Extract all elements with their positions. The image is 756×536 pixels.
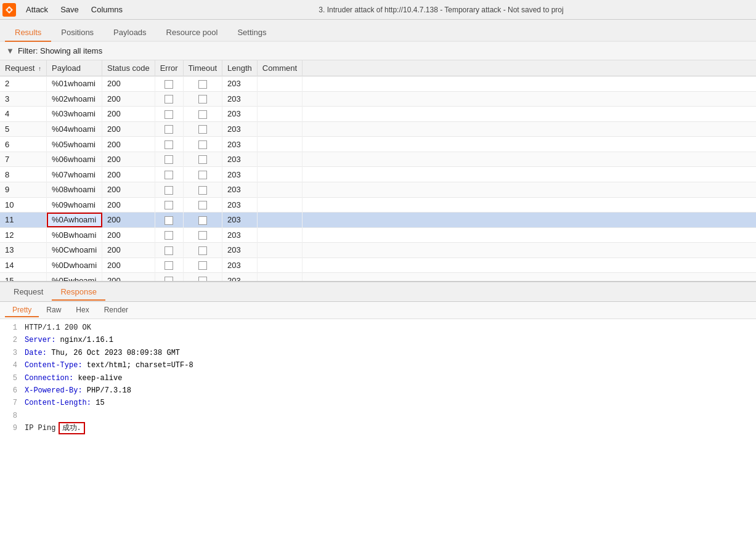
table-row[interactable]: 2%01whoami200203: [0, 76, 756, 92]
cell-error: [155, 182, 183, 197]
cell-extra: [303, 91, 756, 107]
cell-payload: %06whoami: [47, 152, 102, 167]
table-row[interactable]: 13%0Cwhoami200203: [0, 243, 756, 258]
header-value: Thu, 26 Oct 2023 08:09:38 GMT: [51, 349, 180, 357]
table-row[interactable]: 15%0Ewhoami200203: [0, 273, 756, 282]
line-prefix: IP Ping: [25, 424, 60, 432]
view-tab-pretty[interactable]: Pretty: [5, 304, 39, 317]
timeout-checkbox: [198, 216, 207, 225]
table-row[interactable]: 10%09whoami200203: [0, 197, 756, 213]
table-row[interactable]: 7%06whoami200203: [0, 152, 756, 167]
header-key: Connection:: [25, 374, 78, 383]
cell-error: [155, 121, 183, 137]
table-row[interactable]: 5%04whoami200203: [0, 121, 756, 137]
col-timeout[interactable]: Timeout: [183, 60, 222, 76]
cell-error: [155, 258, 183, 273]
table-row[interactable]: 4%03whoami200203: [0, 107, 756, 122]
cell-request: 8: [0, 167, 47, 182]
tab-resource-pool[interactable]: Resource pool: [156, 24, 228, 42]
table-row[interactable]: 3%02whoami200203: [0, 91, 756, 107]
cell-request: 2: [0, 76, 47, 92]
view-tab-raw[interactable]: Raw: [39, 304, 68, 317]
col-comment[interactable]: Comment: [257, 60, 302, 76]
col-payload[interactable]: Payload: [47, 60, 102, 76]
cell-length: 203: [222, 273, 258, 282]
cell-request: 4: [0, 107, 47, 122]
cell-timeout: [183, 182, 222, 197]
table-row[interactable]: 6%05whoami200203: [0, 137, 756, 152]
view-tabbar: Pretty Raw Hex Render: [0, 302, 756, 319]
cell-extra: [303, 243, 756, 258]
col-extra: [303, 60, 756, 76]
cell-extra: [303, 152, 756, 167]
header-value: text/html; charset=UTF-8: [87, 361, 193, 370]
table-row[interactable]: 14%0Dwhoami200203: [0, 258, 756, 273]
line-content: Server: nginx/1.16.1: [25, 334, 751, 346]
bottom-panel: Request Response Pretty Raw Hex Render 1…: [0, 282, 756, 536]
cell-error: [155, 137, 183, 152]
response-line: 7Content-Length: 15: [0, 397, 756, 409]
cell-comment: [257, 91, 302, 107]
tab-request[interactable]: Request: [5, 284, 52, 301]
timeout-checkbox: [198, 171, 207, 179]
cell-status: 200: [102, 107, 155, 122]
menu-attack[interactable]: Attack: [20, 2, 54, 17]
titlebar: Attack Save Columns 3. Intruder attack o…: [0, 0, 756, 20]
cell-extra: [303, 137, 756, 152]
cell-request: 5: [0, 121, 47, 137]
view-tab-render[interactable]: Render: [97, 304, 136, 317]
col-request[interactable]: Request ↑: [0, 60, 47, 76]
cell-status: 200: [102, 197, 155, 213]
cell-payload: %0Ewhoami: [47, 273, 102, 282]
cell-request: 12: [0, 227, 47, 243]
cell-request: 14: [0, 258, 47, 273]
timeout-checkbox: [198, 95, 207, 104]
tab-response[interactable]: Response: [52, 284, 105, 301]
error-checkbox: [165, 80, 173, 89]
error-checkbox: [165, 216, 173, 225]
table-row[interactable]: 12%0Bwhoami200203: [0, 227, 756, 243]
col-error[interactable]: Error: [155, 60, 183, 76]
header-value: 15: [96, 399, 104, 407]
col-length[interactable]: Length: [222, 60, 258, 76]
line-content: Content-Type: text/html; charset=UTF-8: [25, 359, 751, 372]
cell-comment: [257, 152, 302, 167]
cell-extra: [303, 258, 756, 273]
cell-comment: [257, 273, 302, 282]
menu-columns[interactable]: Columns: [85, 2, 129, 17]
cell-extra: [303, 121, 756, 137]
table-row[interactable]: 8%07whoami200203: [0, 167, 756, 182]
cell-status: 200: [102, 273, 155, 282]
cell-request: 10: [0, 197, 47, 213]
menu-save[interactable]: Save: [54, 2, 85, 17]
timeout-checkbox: [198, 201, 207, 209]
tab-payloads[interactable]: Payloads: [104, 24, 156, 42]
cell-error: [155, 91, 183, 107]
cell-status: 200: [102, 91, 155, 107]
line-content: X-Powered-By: PHP/7.3.18: [25, 384, 751, 397]
cell-timeout: [183, 76, 222, 92]
error-checkbox: [165, 261, 173, 270]
tab-settings[interactable]: Settings: [227, 24, 276, 42]
table-row[interactable]: 11%0Awhoami200203: [0, 213, 756, 228]
response-line: 3Date: Thu, 26 Oct 2023 08:09:38 GMT: [0, 347, 756, 359]
view-tab-hex[interactable]: Hex: [68, 304, 96, 317]
cell-comment: [257, 213, 302, 228]
table-body: 2%01whoami2002033%02whoami2002034%03whoa…: [0, 76, 756, 283]
response-line: 9IP Ping 成功.: [0, 422, 756, 434]
tab-results[interactable]: Results: [5, 24, 51, 42]
table-row[interactable]: 9%08whoami200203: [0, 182, 756, 197]
cell-comment: [257, 258, 302, 273]
table-header-row: Request ↑ Payload Status code Error Time…: [0, 60, 756, 76]
cell-timeout: [183, 91, 222, 107]
cell-payload: %09whoami: [47, 197, 102, 213]
col-status-code[interactable]: Status code: [102, 60, 155, 76]
filter-label: Filter: Showing all items: [18, 46, 102, 55]
tab-positions[interactable]: Positions: [51, 24, 104, 42]
filter-bar: ▼ Filter: Showing all items: [0, 42, 756, 60]
cell-timeout: [183, 107, 222, 122]
cell-timeout: [183, 213, 222, 228]
line-number: 8: [5, 410, 17, 422]
cell-payload: %07whoami: [47, 167, 102, 182]
window-title: 3. Intruder attack of http://10.4.7.138 …: [129, 6, 754, 14]
